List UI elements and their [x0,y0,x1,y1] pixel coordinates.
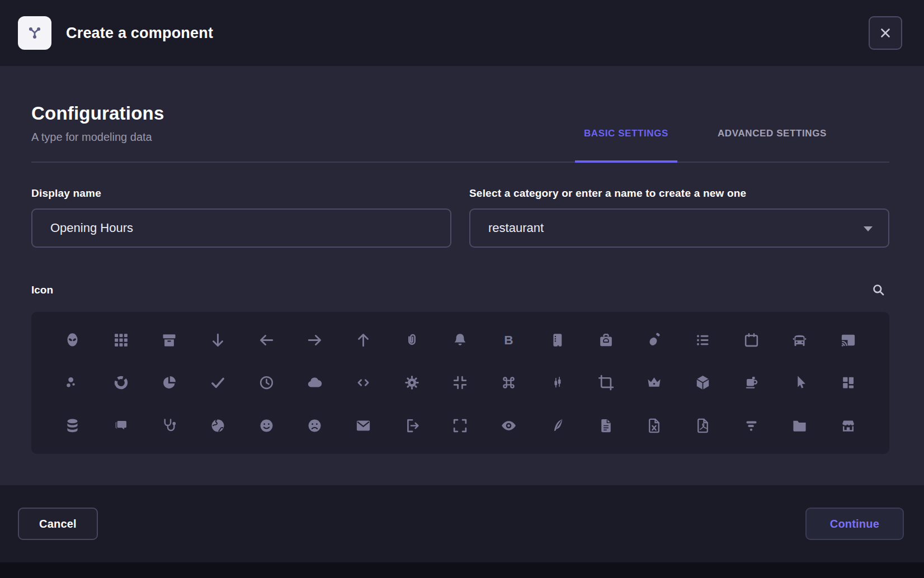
chart-pie-icon[interactable] [156,369,183,396]
cursor-icon[interactable] [786,369,813,396]
modal-body: Configurations A type for modeling data … [0,66,924,485]
category-select[interactable]: restaurant [469,209,889,248]
apps-grid-icon[interactable] [107,326,134,353]
arrow-up-icon[interactable] [350,326,377,353]
bullet-list-icon[interactable] [690,326,716,353]
bottom-strip [0,562,924,578]
search-icon [871,282,886,297]
expand-icon[interactable] [447,413,474,439]
attachment-icon[interactable] [398,326,425,353]
chevron-down-icon [864,226,873,231]
page-subtitle: A type for modeling data [31,131,164,144]
cloud-icon[interactable] [301,369,328,396]
display-name-field-group: Display name [31,187,451,248]
cube-icon[interactable] [690,369,716,396]
folder-icon[interactable] [786,413,813,439]
category-label: Select a category or enter a name to cre… [469,187,889,200]
filter-icon[interactable] [738,413,765,439]
close-icon [878,26,893,40]
check-icon[interactable] [204,369,231,396]
dashboard-icon[interactable] [835,369,862,396]
comment-icon[interactable] [107,413,134,439]
icon-search-button[interactable] [871,282,886,297]
file-excel-icon[interactable] [641,413,668,439]
emoji-sad-icon[interactable] [301,413,328,439]
file-pdf-icon[interactable] [690,413,716,439]
chart-candle-icon[interactable] [544,369,571,396]
settings-tabs: BASIC SETTINGS ADVANCED SETTINGS [575,128,836,162]
tab-advanced-settings[interactable]: ADVANCED SETTINGS [709,128,836,163]
arrow-left-icon[interactable] [253,326,280,353]
exit-icon[interactable] [398,413,425,439]
shop-icon[interactable] [835,413,862,439]
modal-title: Create a component [66,25,213,42]
code-icon[interactable] [350,369,377,396]
stethoscope-icon[interactable] [156,413,183,439]
bold-icon[interactable]: B [496,326,522,353]
display-name-input[interactable] [31,209,451,248]
display-name-label: Display name [31,187,451,200]
briefcase-icon[interactable] [592,326,619,353]
chart-donut-icon[interactable] [107,369,134,396]
alien-icon[interactable] [59,326,86,353]
close-button[interactable] [869,16,902,50]
eye-icon[interactable] [496,413,522,439]
component-icon [18,16,51,50]
modal-footer: Cancel Continue [0,485,924,562]
category-field-group: Select a category or enter a name to cre… [469,187,889,248]
file-text-icon[interactable] [592,413,619,439]
collapse-icon[interactable] [447,369,474,396]
category-value: restaurant [488,221,544,235]
arrow-down-icon[interactable] [204,326,231,353]
address-book-icon[interactable] [544,326,571,353]
emoji-happy-icon[interactable] [253,413,280,439]
feather-icon[interactable] [544,413,571,439]
cog-icon[interactable] [398,369,425,396]
command-icon[interactable] [496,369,522,396]
clock-icon[interactable] [253,369,280,396]
icon-grid: B [31,312,889,454]
svg-text:B: B [505,333,513,347]
icon-section-label: Icon [31,284,53,296]
tab-basic-settings[interactable]: BASIC SETTINGS [575,128,677,163]
modal-header: Create a component [0,0,924,66]
archive-icon[interactable] [156,326,183,353]
calendar-icon[interactable] [738,326,765,353]
crown-icon[interactable] [641,369,668,396]
coffee-cup-icon[interactable] [738,369,765,396]
envelope-icon[interactable] [350,413,377,439]
earth-icon[interactable] [204,413,231,439]
car-icon[interactable] [786,326,813,353]
cast-icon[interactable] [835,326,862,353]
cancel-button[interactable]: Cancel [18,508,98,540]
arrow-right-icon[interactable] [301,326,328,353]
crop-icon[interactable] [592,369,619,396]
page-title: Configurations [31,103,164,124]
database-icon[interactable] [59,413,86,439]
chart-bubble-icon[interactable] [59,369,86,396]
bell-icon[interactable] [447,326,474,353]
continue-button[interactable]: Continue [805,508,904,540]
paint-brush-icon[interactable] [641,326,668,353]
